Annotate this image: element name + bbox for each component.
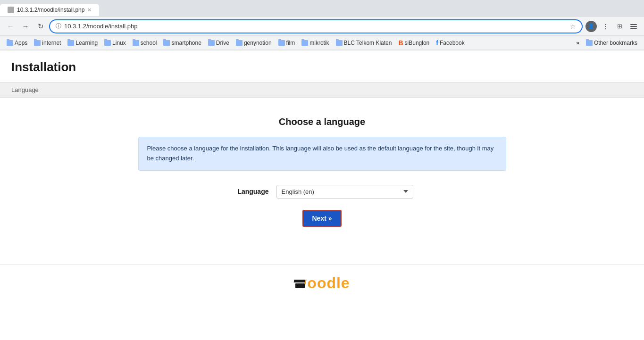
bookmark-folder-icon bbox=[301, 40, 308, 46]
address-text: 10.3.1.2/moodle/install.php bbox=[64, 23, 567, 30]
tab-bar: 10.3.1.2/moodle/install.php ✕ bbox=[0, 0, 644, 17]
other-bookmarks[interactable]: Other bookmarks bbox=[583, 39, 640, 47]
bookmark-folder-icon bbox=[208, 40, 215, 46]
bookmark-school[interactable]: school bbox=[130, 39, 160, 47]
address-bar[interactable]: ⓘ 10.3.1.2/moodle/install.php ☆ bbox=[49, 19, 583, 33]
bookmark-folder-icon bbox=[133, 40, 139, 46]
bookmark-label: film bbox=[286, 40, 295, 46]
main-content: Choose a language Please choose a langua… bbox=[0, 98, 644, 246]
security-info-icon: ⓘ bbox=[56, 22, 61, 30]
info-box: Please choose a language for the install… bbox=[138, 137, 506, 171]
bookmark-folder-icon bbox=[278, 40, 285, 46]
choose-language-title: Choose a language bbox=[279, 116, 365, 127]
browser-chrome: 10.3.1.2/moodle/install.php ✕ ← → ↻ ⓘ 10… bbox=[0, 0, 644, 50]
facebook-icon: f bbox=[436, 39, 438, 47]
page-content: Installation Language Choose a language … bbox=[0, 50, 644, 340]
bookmark-apps[interactable]: Apps bbox=[4, 39, 30, 47]
language-label: Language bbox=[231, 188, 269, 195]
info-box-text: Please choose a language for the install… bbox=[147, 145, 494, 162]
bookmark-label: Apps bbox=[15, 40, 27, 46]
profile-menu-button[interactable]: 👤 bbox=[585, 20, 598, 33]
bookmark-facebook[interactable]: f Facebook bbox=[433, 38, 467, 48]
bookmark-label: Linux bbox=[112, 40, 126, 46]
bookmark-folder-icon bbox=[67, 40, 74, 46]
security-icon: ⓘ bbox=[56, 22, 61, 30]
forward-button[interactable]: → bbox=[19, 20, 32, 33]
bookmark-folder-icon bbox=[236, 40, 243, 46]
bookmark-label: internet bbox=[42, 40, 61, 46]
bookmark-label: BLC Telkom Klaten bbox=[344, 40, 392, 46]
bookmark-star-button[interactable]: ☆ bbox=[570, 23, 576, 30]
bookmark-folder-icon bbox=[336, 40, 343, 46]
language-select[interactable]: English (en) Bahasa Indonesia Deutsch Es… bbox=[276, 185, 413, 199]
bookmark-sibunglon[interactable]: B siBunglon bbox=[395, 38, 432, 48]
bookmark-folder-icon bbox=[104, 40, 111, 46]
bookmark-label: smartphone bbox=[171, 40, 201, 46]
next-button-wrapper: Next » bbox=[302, 210, 341, 227]
breadcrumb: Language bbox=[11, 86, 39, 93]
back-button[interactable]: ← bbox=[4, 20, 17, 33]
installation-header: Installation bbox=[0, 50, 644, 82]
chrome-menu-button[interactable] bbox=[627, 20, 640, 33]
profile-avatar: 👤 bbox=[585, 21, 597, 32]
bookmark-mikrotik[interactable]: mikrotik bbox=[299, 39, 332, 47]
bookmark-film[interactable]: film bbox=[276, 39, 298, 47]
tab-favicon bbox=[8, 7, 14, 13]
tab-close-button[interactable]: ✕ bbox=[87, 7, 92, 13]
bookmark-folder-icon bbox=[586, 40, 593, 46]
bookmark-linux[interactable]: Linux bbox=[101, 39, 129, 47]
bookmark-label: siBunglon bbox=[405, 40, 430, 46]
bookmark-smartphone[interactable]: smartphone bbox=[160, 39, 204, 47]
blogger-icon: B bbox=[398, 39, 403, 47]
next-button[interactable]: Next » bbox=[302, 210, 341, 227]
mortarboard-tassel bbox=[305, 280, 306, 284]
bookmark-label: school bbox=[141, 40, 157, 46]
bookmark-label: Learning bbox=[75, 40, 98, 46]
bookmark-genynotion[interactable]: genynotion bbox=[233, 39, 275, 47]
bookmark-label: Facebook bbox=[440, 40, 465, 46]
page-title: Installation bbox=[11, 60, 633, 75]
breadcrumb-bar: Language bbox=[0, 82, 644, 98]
bookmark-folder-icon bbox=[7, 40, 13, 46]
reload-button[interactable]: ↻ bbox=[34, 20, 47, 33]
toolbar: ← → ↻ ⓘ 10.3.1.2/moodle/install.php ☆ 👤 … bbox=[0, 17, 644, 36]
language-form-row: Language English (en) Bahasa Indonesia D… bbox=[231, 185, 413, 199]
active-tab[interactable]: 10.3.1.2/moodle/install.php ✕ bbox=[0, 4, 99, 16]
mortarboard-base bbox=[295, 283, 305, 288]
bookmark-label: genynotion bbox=[244, 40, 272, 46]
bookmarks-bar: Apps internet Learning Linux school smar… bbox=[0, 36, 644, 50]
google-apps-button[interactable]: ⊞ bbox=[613, 20, 626, 33]
bookmark-blc[interactable]: BLC Telkom Klaten bbox=[333, 39, 395, 47]
bookmark-folder-icon bbox=[34, 40, 41, 46]
page-footer: oodle bbox=[0, 265, 644, 301]
tab-title: 10.3.1.2/moodle/install.php bbox=[17, 7, 84, 13]
bookmark-label: mikrotik bbox=[309, 40, 329, 46]
moodle-logo: oodle bbox=[294, 274, 350, 292]
bookmark-internet[interactable]: internet bbox=[31, 39, 64, 47]
bookmark-folder-icon bbox=[163, 40, 170, 46]
bookmark-label: Drive bbox=[216, 40, 229, 46]
bookmark-learning[interactable]: Learning bbox=[65, 39, 100, 47]
bookmark-label: Other bookmarks bbox=[594, 40, 637, 46]
bookmarks-more-button[interactable]: » bbox=[573, 39, 582, 47]
extensions-button[interactable]: ⋮ bbox=[599, 20, 612, 33]
moodle-logo-text: oodle bbox=[307, 274, 350, 292]
right-toolbar-icons: 👤 ⋮ ⊞ bbox=[585, 20, 640, 33]
bookmark-drive[interactable]: Drive bbox=[205, 39, 232, 47]
